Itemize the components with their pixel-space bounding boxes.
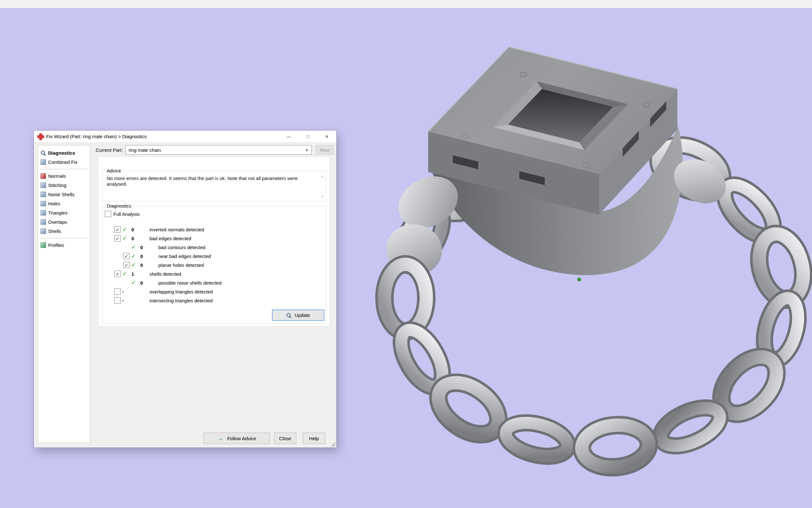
advice-text: No more errors are detected. It seems th… — [107, 176, 313, 187]
follow-advice-label: Follow Advice — [227, 436, 256, 441]
sidebar-item-combined-fix[interactable]: Combined Fix — [38, 158, 90, 167]
row-checkbox[interactable] — [114, 288, 121, 295]
diagnostic-label: shells detected — [149, 271, 181, 277]
current-part-value: ring male chain — [126, 147, 302, 153]
diagnostic-row: ✓0possible noise shells detected — [102, 278, 326, 287]
sidebar-separator — [40, 238, 88, 238]
top-toolbar-strip — [0, 0, 812, 8]
diagnostic-row: ✓0bad contours detected — [102, 243, 326, 252]
sidebar-item-label: Diagnostics — [48, 150, 75, 156]
sidebar-items: DiagnosticsCombined FixNormalsStitchingN… — [38, 148, 90, 250]
sidebar-item-profiles[interactable]: Profiles — [38, 241, 90, 250]
next-button[interactable]: Next — [316, 145, 334, 155]
diagnostic-label: inverted normals detected — [149, 227, 204, 232]
diagnostic-label: overlapping triangles detected — [149, 289, 213, 294]
diagnostic-row: ✓✓0near bad edges detected — [102, 252, 326, 260]
diagnostics-rows: ✓✓0inverted normals detected✓✓0bad edges… — [102, 225, 326, 305]
diagnostic-count: 1 — [132, 271, 149, 277]
ok-check-icon: ✓ — [131, 253, 140, 260]
sidebar: DiagnosticsCombined FixNormalsStitchingN… — [38, 145, 90, 443]
diagnostic-label: planar holes detected — [158, 262, 204, 268]
diagnostic-count: 0 — [140, 280, 158, 286]
resize-grip[interactable] — [331, 442, 335, 447]
current-part-label: Current Part: — [96, 147, 123, 153]
cube-icon — [41, 182, 46, 188]
close-window-button[interactable]: × — [317, 131, 336, 142]
diagnostic-row: ✓✓0bad edges detected — [102, 234, 326, 243]
sidebar-item-normals[interactable]: Normals — [38, 171, 90, 181]
cube-icon — [41, 219, 46, 225]
content-panel: Advice No more errors are detected. It s… — [98, 157, 330, 327]
full-analysis-row: Full Analysis — [105, 211, 140, 217]
diagnostic-row: ✓✓0inverted normals detected — [102, 225, 326, 234]
maximize-button[interactable]: □ — [298, 131, 317, 142]
close-icon: × — [325, 133, 329, 140]
maximize-icon: □ — [306, 134, 309, 139]
cube-icon — [41, 201, 46, 206]
row-checkbox[interactable]: ✓ — [114, 271, 121, 277]
cube-icon-red — [41, 173, 46, 179]
row-checkbox[interactable]: ✓ — [114, 235, 121, 242]
sidebar-item-noise-shells[interactable]: Noise Shells — [38, 190, 90, 199]
diagnostic-row: •overlapping triangles detected — [102, 287, 326, 296]
dialog-title: Fix Wizard (Part: ring male chain) > Dia… — [46, 134, 147, 139]
diagnostic-row: ✓✓1shells detected — [102, 269, 326, 278]
sidebar-item-diagnostics[interactable]: Diagnostics — [38, 148, 90, 158]
ok-check-icon: ✓ — [131, 279, 140, 286]
cube-icon — [41, 228, 46, 234]
rotation-center-indicator — [578, 278, 581, 281]
update-label: Update — [294, 312, 310, 318]
diagnostic-count: 0 — [140, 245, 158, 250]
scroll-down-icon[interactable]: ▾ — [322, 195, 323, 198]
diagnostic-label: possible noise shells detected — [158, 280, 221, 286]
cube-icon-green — [41, 243, 46, 248]
full-analysis-checkbox[interactable] — [105, 211, 111, 217]
help-button[interactable]: Help — [303, 433, 325, 444]
minimize-button[interactable]: — — [279, 131, 298, 142]
row-checkbox[interactable]: ✓ — [123, 262, 130, 268]
close-button[interactable]: Close — [274, 433, 296, 444]
diagnostic-row: ✓✓0planar holes detected — [102, 260, 326, 269]
sidebar-item-label: Holes — [48, 201, 60, 206]
diagnostic-label: near bad edges detected — [158, 254, 211, 259]
diagnostic-count: 0 — [140, 254, 158, 259]
diagnostic-label: bad contours detected — [158, 245, 205, 250]
row-checkbox[interactable] — [114, 297, 121, 304]
diagnostic-label: bad edges detected — [149, 236, 191, 241]
ok-check-icon: ✓ — [122, 235, 132, 242]
diagnostic-row: •intersecting triangles detected — [102, 296, 326, 305]
update-button[interactable]: Update — [272, 310, 324, 321]
minimize-icon: — — [287, 134, 291, 139]
sidebar-item-stitching[interactable]: Stitching — [38, 181, 90, 190]
cube-icon — [41, 159, 46, 165]
sidebar-item-label: Noise Shells — [48, 192, 75, 197]
sidebar-item-label: Shells — [48, 228, 61, 234]
sidebar-item-label: Profiles — [48, 243, 64, 248]
window-controls: — □ × — [279, 131, 336, 142]
chain-link — [655, 400, 725, 454]
row-checkbox[interactable]: ✓ — [114, 226, 121, 232]
sidebar-separator — [40, 169, 88, 169]
chain-link — [502, 417, 571, 462]
sidebar-item-label: Normals — [48, 173, 66, 179]
advice-group-title: Advice — [105, 168, 123, 173]
follow-advice-button[interactable]: → Follow Advice — [204, 433, 270, 444]
chain-link — [580, 422, 651, 470]
ok-check-icon: ✓ — [131, 261, 140, 268]
row-checkbox[interactable]: ✓ — [123, 253, 130, 259]
diagnostic-label: intersecting triangles detected — [149, 298, 212, 303]
cube-icon — [41, 192, 46, 197]
fix-wizard-icon — [37, 133, 43, 139]
diagnostics-group: Diagnostics Full Analysis ✓✓0inverted no… — [102, 206, 326, 324]
scroll-up-icon[interactable]: ▴ — [322, 174, 323, 178]
sidebar-item-triangles[interactable]: Triangles — [38, 208, 90, 217]
chain-link — [384, 264, 426, 332]
sidebar-item-holes[interactable]: Holes — [38, 199, 90, 208]
chain-link — [429, 372, 508, 445]
dialog-titlebar[interactable]: Fix Wizard (Part: ring male chain) > Dia… — [34, 131, 336, 142]
sidebar-item-shells[interactable]: Shells — [38, 226, 90, 236]
not-run-dot-icon: • — [122, 289, 132, 294]
advice-group: Advice No more errors are detected. It s… — [102, 171, 326, 201]
sidebar-item-overlaps[interactable]: Overlaps — [38, 217, 90, 226]
current-part-select[interactable]: ring male chain ▾ — [126, 145, 312, 155]
